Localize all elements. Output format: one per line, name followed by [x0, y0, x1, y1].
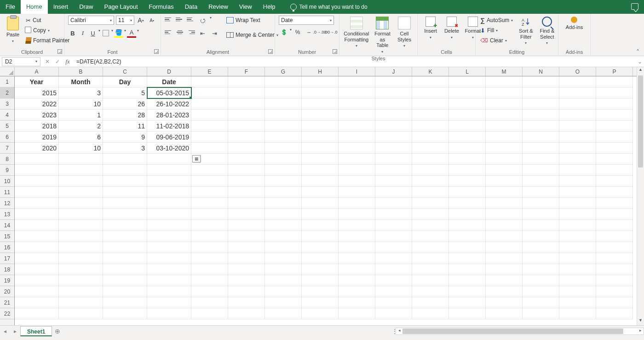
cell-E2[interactable]: [191, 87, 228, 98]
cell-M12[interactable]: [486, 198, 523, 209]
cancel-formula-button[interactable]: ✕: [42, 58, 52, 65]
cell-F4[interactable]: [228, 109, 265, 121]
cell-A21[interactable]: [15, 297, 59, 308]
cell-N10[interactable]: [523, 176, 559, 187]
cell-P8[interactable]: [596, 154, 633, 165]
cell-K8[interactable]: [412, 154, 449, 165]
cell-B12[interactable]: [59, 198, 103, 209]
cell-N3[interactable]: [523, 98, 559, 109]
cell-D2[interactable]: 05-03-2015: [147, 87, 191, 98]
cell-E9[interactable]: [191, 165, 228, 176]
tab-formulas[interactable]: Formulas: [144, 0, 179, 14]
cell-A15[interactable]: [15, 231, 59, 242]
cell-A11[interactable]: [15, 187, 59, 198]
sheet-nav-prev[interactable]: ◂: [0, 328, 10, 334]
row-header-14[interactable]: 14: [0, 220, 14, 231]
cell-P14[interactable]: [596, 220, 633, 231]
cell-G3[interactable]: [265, 98, 302, 109]
cell-B1[interactable]: Month: [59, 76, 103, 87]
cell-N7[interactable]: [523, 143, 559, 154]
cell-G6[interactable]: [265, 132, 302, 143]
cell-N20[interactable]: [523, 286, 559, 297]
scroll-right-button[interactable]: ▸: [637, 328, 644, 334]
tab-home[interactable]: Home: [21, 0, 48, 14]
cell-L9[interactable]: [449, 165, 486, 176]
cell-C17[interactable]: [103, 253, 147, 264]
font-size-select[interactable]: 11▾: [116, 16, 134, 25]
cell-F3[interactable]: [228, 98, 265, 109]
cell-I5[interactable]: [339, 121, 375, 132]
scroll-up-button[interactable]: ▲: [637, 67, 644, 75]
cell-A3[interactable]: 2022: [15, 98, 59, 109]
cell-G15[interactable]: [265, 231, 302, 242]
cell-styles-button[interactable]: Cell Styles▾: [395, 16, 414, 49]
row-header-5[interactable]: 5: [0, 121, 14, 132]
row-header-10[interactable]: 10: [0, 176, 14, 187]
cell-O22[interactable]: [559, 308, 596, 319]
cell-J20[interactable]: [375, 286, 412, 297]
cell-G12[interactable]: [265, 198, 302, 209]
cell-E16[interactable]: [191, 242, 228, 253]
cell-I9[interactable]: [339, 165, 375, 176]
cell-E13[interactable]: [191, 209, 228, 220]
row-header-8[interactable]: 8: [0, 154, 14, 165]
cell-P22[interactable]: [596, 308, 633, 319]
cell-H21[interactable]: [302, 297, 339, 308]
tab-page-layout[interactable]: Page Layout: [99, 0, 144, 14]
cell-D16[interactable]: [147, 242, 191, 253]
cell-B9[interactable]: [59, 165, 103, 176]
cell-I11[interactable]: [339, 187, 375, 198]
cell-O19[interactable]: [559, 275, 596, 286]
column-header-E[interactable]: E: [191, 67, 228, 76]
tab-draw[interactable]: Draw: [74, 0, 98, 14]
cell-H8[interactable]: [302, 154, 339, 165]
cell-C3[interactable]: 26: [103, 98, 147, 109]
cell-N21[interactable]: [523, 297, 559, 308]
cell-H19[interactable]: [302, 275, 339, 286]
wrap-text-button[interactable]: Wrap Text: [225, 16, 279, 25]
cell-J13[interactable]: [375, 209, 412, 220]
cell-M11[interactable]: [486, 187, 523, 198]
cell-M20[interactable]: [486, 286, 523, 297]
cell-H14[interactable]: [302, 220, 339, 231]
cell-P1[interactable]: [596, 76, 633, 87]
cell-O4[interactable]: [559, 109, 596, 121]
cell-E17[interactable]: [191, 253, 228, 264]
cell-J18[interactable]: [375, 264, 412, 275]
cell-G16[interactable]: [265, 242, 302, 253]
row-header-6[interactable]: 6: [0, 132, 14, 143]
cell-F12[interactable]: [228, 198, 265, 209]
cell-J15[interactable]: [375, 231, 412, 242]
row-header-21[interactable]: 21: [0, 297, 14, 308]
borders-button[interactable]: [103, 30, 109, 36]
italic-button[interactable]: I: [78, 29, 87, 38]
column-header-C[interactable]: C: [103, 67, 147, 76]
column-header-O[interactable]: O: [559, 67, 596, 76]
cell-O15[interactable]: [559, 231, 596, 242]
cell-B5[interactable]: 2: [59, 121, 103, 132]
cell-G7[interactable]: [265, 143, 302, 154]
cell-N16[interactable]: [523, 242, 559, 253]
cell-A14[interactable]: [15, 220, 59, 231]
cell-I15[interactable]: [339, 231, 375, 242]
row-header-13[interactable]: 13: [0, 209, 14, 220]
cell-B18[interactable]: [59, 264, 103, 275]
cell-O3[interactable]: [559, 98, 596, 109]
cell-G2[interactable]: [265, 87, 302, 98]
percent-button[interactable]: %: [293, 28, 303, 37]
cell-M21[interactable]: [486, 297, 523, 308]
cell-K18[interactable]: [412, 264, 449, 275]
row-header-11[interactable]: 11: [0, 187, 14, 198]
cell-K4[interactable]: [412, 109, 449, 121]
increase-decimal-button[interactable]: .0→.00: [315, 28, 325, 37]
shrink-font-button[interactable]: A▾: [147, 16, 156, 25]
name-box[interactable]: D2▾: [2, 57, 40, 66]
format-as-table-button[interactable]: Format as Table▾: [373, 16, 392, 55]
cell-B3[interactable]: 10: [59, 98, 103, 109]
cell-B20[interactable]: [59, 286, 103, 297]
cell-B22[interactable]: [59, 308, 103, 319]
cell-L5[interactable]: [449, 121, 486, 132]
cell-C9[interactable]: [103, 165, 147, 176]
sort-filter-button[interactable]: AZSort & Filter▾: [517, 16, 535, 46]
cell-O20[interactable]: [559, 286, 596, 297]
